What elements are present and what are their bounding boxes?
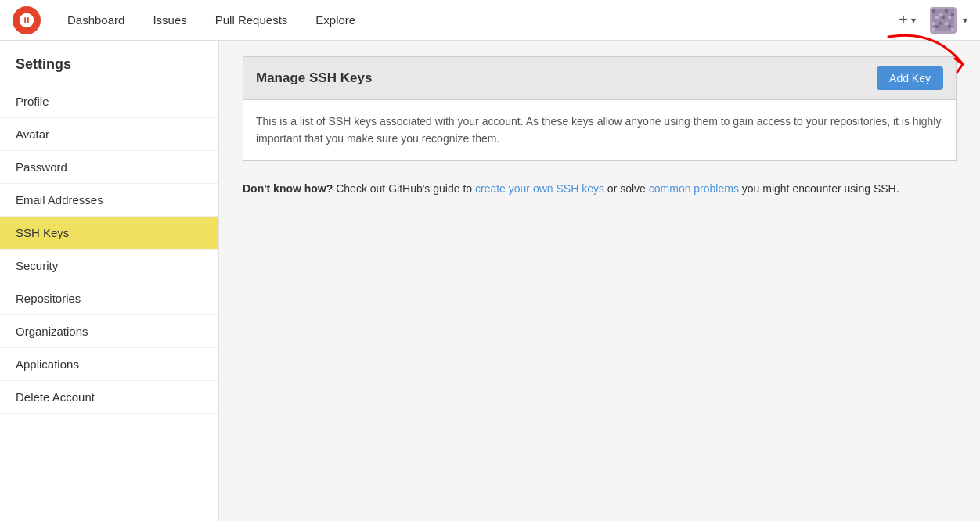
site-logo[interactable]	[13, 6, 41, 34]
svg-rect-13	[932, 28, 935, 31]
svg-rect-6	[948, 16, 951, 19]
common-problems-link[interactable]: common problems	[649, 182, 739, 195]
topnav-links: Dashboard Issues Pull Requests Explore	[53, 0, 891, 41]
plus-icon: +	[899, 11, 908, 29]
logo-icon	[18, 12, 35, 29]
settings-sidebar: Settings Profile Avatar Password Email A…	[0, 41, 219, 521]
svg-rect-14	[951, 28, 954, 31]
sidebar-item-profile[interactable]: Profile	[0, 85, 218, 118]
plus-chevron-icon: ▾	[911, 15, 916, 26]
sidebar-item-applications[interactable]: Applications	[0, 348, 218, 381]
sidebar-item-ssh-keys[interactable]: SSH Keys	[0, 217, 218, 250]
svg-rect-8	[939, 22, 942, 25]
topnav: Dashboard Issues Pull Requests Explore +…	[0, 0, 980, 41]
topnav-right: + ▾ ▾	[891, 6, 967, 34]
sidebar-item-repositories[interactable]: Repositories	[0, 282, 218, 315]
sidebar-item-security[interactable]: Security	[0, 250, 218, 282]
svg-rect-3	[945, 9, 948, 13]
main-content: Manage SSH Keys Add Key This is a list o…	[219, 41, 980, 521]
add-key-button-wrapper: Add Key	[877, 66, 943, 90]
help-text-2: or solve	[607, 182, 649, 195]
create-plus-button[interactable]: + ▾	[891, 6, 924, 34]
add-key-button[interactable]: Add Key	[877, 66, 943, 90]
help-text-1: Check out GitHub's guide to	[336, 182, 475, 195]
svg-rect-12	[951, 13, 954, 16]
ssh-info-box: This is a list of SSH keys associated wi…	[243, 100, 957, 161]
sidebar-title: Settings	[0, 56, 218, 85]
sidebar-item-avatar[interactable]: Avatar	[0, 118, 218, 151]
issues-link[interactable]: Issues	[139, 0, 200, 41]
ssh-info-text: This is a list of SSH keys associated wi…	[256, 115, 941, 145]
user-avatar[interactable]	[930, 7, 957, 34]
svg-rect-4	[935, 16, 939, 19]
svg-rect-7	[932, 22, 935, 25]
page-layout: Settings Profile Avatar Password Email A…	[0, 41, 980, 521]
svg-rect-10	[935, 25, 939, 28]
svg-rect-11	[948, 25, 951, 28]
sidebar-item-delete-account[interactable]: Delete Account	[0, 381, 218, 414]
svg-rect-9	[945, 22, 948, 25]
svg-rect-5	[942, 16, 945, 19]
create-ssh-keys-link[interactable]: create your own SSH keys	[475, 182, 604, 195]
help-text-3: you might encounter using SSH.	[742, 182, 899, 195]
ssh-keys-header: Manage SSH Keys Add Key	[243, 56, 957, 100]
pull-requests-link[interactable]: Pull Requests	[201, 0, 302, 41]
svg-rect-1	[932, 9, 935, 13]
avatar-pattern-icon	[932, 9, 954, 31]
explore-link[interactable]: Explore	[301, 0, 369, 41]
dashboard-link[interactable]: Dashboard	[53, 0, 139, 41]
ssh-keys-title: Manage SSH Keys	[256, 70, 372, 86]
dont-know-how-label: Don't know how?	[243, 182, 333, 195]
avatar-chevron-icon: ▾	[963, 15, 967, 26]
ssh-help-section: Don't know how? Check out GitHub's guide…	[243, 180, 957, 199]
sidebar-item-password[interactable]: Password	[0, 151, 218, 184]
sidebar-item-organizations[interactable]: Organizations	[0, 315, 218, 348]
svg-rect-2	[939, 13, 942, 16]
sidebar-item-email[interactable]: Email Addresses	[0, 184, 218, 217]
